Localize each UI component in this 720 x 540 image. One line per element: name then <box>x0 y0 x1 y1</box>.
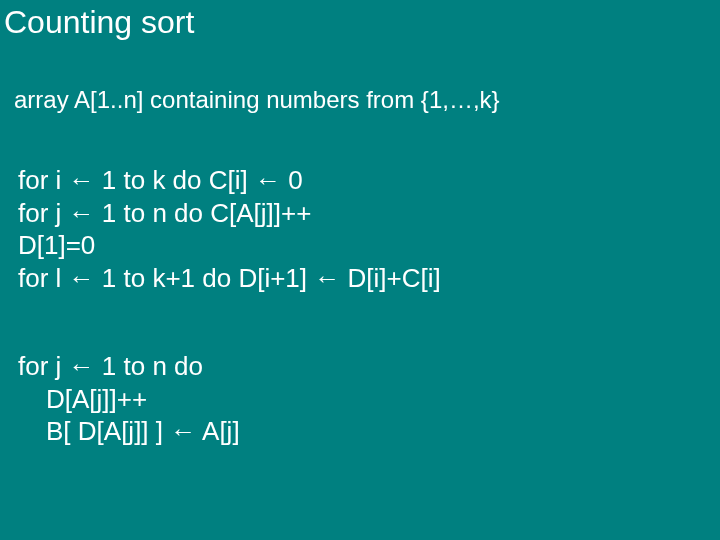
code-block-1: for i ← 1 to k do C[i] ← 0 for j ← 1 to … <box>18 164 441 294</box>
code-text: for j <box>18 351 69 381</box>
code-text: 1 to n do <box>95 351 203 381</box>
slide: Counting sort array A[1..n] containing n… <box>0 0 720 540</box>
left-arrow-icon: ← <box>170 416 196 446</box>
code-line: for j ← 1 to n do <box>18 350 240 383</box>
code-text: for j <box>18 198 69 228</box>
left-arrow-icon: ← <box>69 263 95 293</box>
left-arrow-icon: ← <box>314 263 340 293</box>
slide-subtitle: array A[1..n] containing numbers from {1… <box>14 86 500 114</box>
code-line: for i ← 1 to k do C[i] ← 0 <box>18 164 441 197</box>
code-line: B[ D[A[j]] ] ← A[j] <box>18 415 240 448</box>
left-arrow-icon: ← <box>69 198 95 228</box>
code-text: B[ D[A[j]] ] <box>46 416 170 446</box>
code-text: 1 to n do C[A[j]]++ <box>95 198 312 228</box>
left-arrow-icon: ← <box>69 351 95 381</box>
code-line: for j ← 1 to n do C[A[j]]++ <box>18 197 441 230</box>
code-text: 1 to k do C[i] <box>95 165 255 195</box>
code-line: for l ← 1 to k+1 do D[i+1] ← D[i]+C[i] <box>18 262 441 295</box>
code-text: for l <box>18 263 69 293</box>
left-arrow-icon: ← <box>255 165 281 195</box>
code-text: D[i]+C[i] <box>340 263 440 293</box>
code-text: A[j] <box>196 416 239 446</box>
slide-title: Counting sort <box>4 4 194 41</box>
code-block-2: for j ← 1 to n do D[A[j]]++ B[ D[A[j]] ]… <box>18 350 240 448</box>
code-text: 1 to k+1 do D[i+1] <box>95 263 315 293</box>
code-text: for i <box>18 165 69 195</box>
left-arrow-icon: ← <box>69 165 95 195</box>
code-text: 0 <box>281 165 303 195</box>
code-line: D[A[j]]++ <box>18 383 240 416</box>
code-line: D[1]=0 <box>18 229 441 262</box>
